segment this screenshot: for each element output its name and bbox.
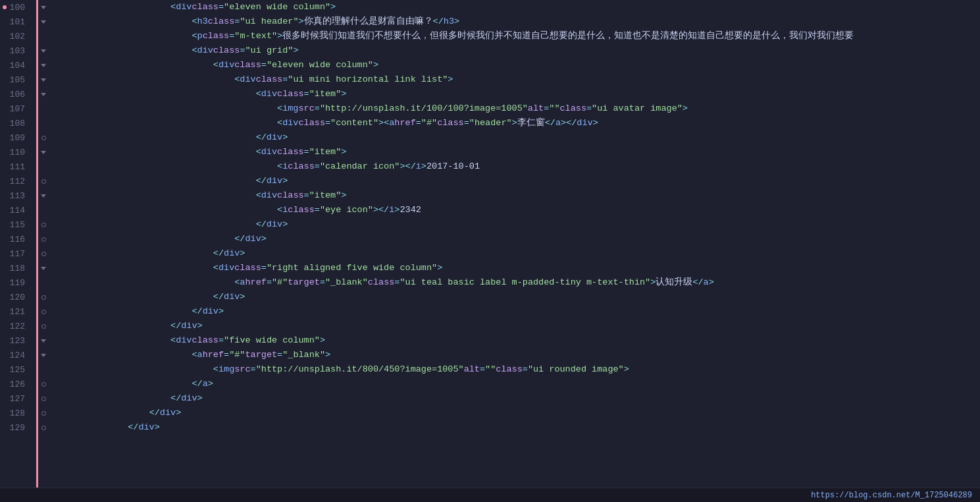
gutter-fold-icon[interactable] <box>36 319 51 333</box>
breakpoint-cell <box>51 319 57 333</box>
gutter-fold-icon[interactable] <box>36 391 51 406</box>
gutter-fold-icon[interactable] <box>36 72 51 87</box>
token-punctuation: </ <box>213 290 224 304</box>
token-punctuation: > <box>320 333 325 348</box>
token-punctuation: < <box>256 145 261 159</box>
gutter-fold-icon[interactable] <box>36 0 51 14</box>
gutter-fold-icon[interactable] <box>36 29 51 43</box>
token-punctuation: > <box>282 174 288 188</box>
token-attr-name: class <box>277 87 304 101</box>
token-punctuation: ></ <box>400 159 415 174</box>
gutter-fold-icon[interactable] <box>36 246 51 261</box>
token-attr-name: class <box>298 116 325 130</box>
gutter-fold-icon[interactable] <box>36 145 51 159</box>
token-attr-name: class <box>208 14 235 29</box>
token-attr-value: "ui grid" <box>245 43 293 58</box>
token-attr-name: href <box>394 116 415 130</box>
token-punctuation: > <box>176 406 181 420</box>
token-punctuation: </ <box>170 391 181 406</box>
breakpoint-cell <box>51 145 57 159</box>
line-number: 101 <box>0 14 30 29</box>
gutter-fold-icon[interactable] <box>36 116 51 130</box>
token-punctuation: </ <box>234 232 245 246</box>
token-attr-name: alt <box>464 362 480 377</box>
line-number: 125 <box>0 362 30 377</box>
token-tag: h3 <box>444 14 454 29</box>
token-attr-name: src <box>234 362 250 377</box>
token-punctuation: = <box>320 275 325 290</box>
token-punctuation: = <box>394 275 400 290</box>
gutter-fold-icon[interactable] <box>36 217 51 232</box>
token-punctuation: > <box>624 362 629 377</box>
token-punctuation: = <box>544 101 549 116</box>
token-punctuation: > <box>683 101 688 116</box>
token-punctuation: </ <box>433 14 444 29</box>
token-punctuation: = <box>219 333 224 348</box>
code-line: <div class="ui grid"> <box>64 43 980 58</box>
token-punctuation: > <box>240 290 245 304</box>
token-tag: div <box>240 72 255 87</box>
gutter-fold-icon[interactable] <box>36 406 51 420</box>
gutter-fold-icon[interactable] <box>36 275 51 290</box>
code-line: <div class="eleven wide column"> <box>64 58 980 72</box>
token-punctuation: ></ <box>561 116 577 130</box>
token-punctuation: > <box>197 391 203 406</box>
code-line: </a> <box>64 377 980 391</box>
gutter-fold-icon[interactable] <box>36 58 51 72</box>
token-punctuation: </ <box>256 174 267 188</box>
code-line: <div class="content"><a href="#" class="… <box>64 116 980 130</box>
line-number: 114 <box>0 203 30 217</box>
token-punctuation: </ <box>149 406 160 420</box>
token-text-content: 2017-10-01 <box>426 159 480 174</box>
gutter-fold-icon[interactable] <box>36 377 51 391</box>
token-punctuation: > <box>448 72 453 87</box>
token-attr-name: class <box>256 72 283 87</box>
token-punctuation: > <box>373 58 378 72</box>
gutter-fold-icon[interactable] <box>36 304 51 319</box>
code-line: <a href="#" target="_blank" class="ui te… <box>64 275 980 290</box>
gutter-fold-icon[interactable] <box>36 203 51 217</box>
line-number: 115 <box>0 217 30 232</box>
line-number: 110 <box>0 145 30 159</box>
gutter-fold-icon[interactable] <box>36 159 51 174</box>
gutter-fold-icon[interactable] <box>36 14 51 29</box>
token-attr-name: class <box>192 0 219 14</box>
token-punctuation: = <box>315 101 320 116</box>
gutter-fold-icon[interactable] <box>36 362 51 377</box>
token-attr-name: href <box>245 275 266 290</box>
line-number: 107 <box>0 101 30 116</box>
gutter-fold-icon[interactable] <box>36 174 51 188</box>
line-number: 122 <box>0 319 30 333</box>
token-tag: p <box>197 29 203 43</box>
gutter-fold-icon[interactable] <box>36 43 51 58</box>
token-punctuation: = <box>261 261 267 275</box>
gutter-fold-icon[interactable] <box>36 348 51 362</box>
gutter-fold-icon[interactable] <box>36 420 51 435</box>
code-line: </div> <box>64 304 980 319</box>
gutter-fold-icon[interactable] <box>36 101 51 116</box>
gutter-fold-icon[interactable] <box>36 130 51 145</box>
breakpoint-cell <box>51 159 57 174</box>
token-punctuation: < <box>170 0 176 14</box>
token-punctuation: = <box>586 101 592 116</box>
token-punctuation: > <box>277 29 282 43</box>
token-text-content: 2342 <box>400 203 421 217</box>
token-tag: div <box>267 217 282 232</box>
token-punctuation: < <box>277 159 282 174</box>
gutter-fold-icon[interactable] <box>36 188 51 203</box>
code-line: <i class="calendar icon"></i> 2017-10-01 <box>64 159 980 174</box>
token-punctuation: </ <box>192 377 202 391</box>
gutter-fold-icon[interactable] <box>36 232 51 246</box>
token-tag: div <box>261 145 277 159</box>
token-attr-value: "m-text" <box>234 29 277 43</box>
gutter-fold-icon[interactable] <box>36 333 51 348</box>
gutter-fold-icon[interactable] <box>36 261 51 275</box>
gutter-fold-icon[interactable] <box>36 290 51 304</box>
breakpoint-cell <box>51 130 57 145</box>
breakpoint-cell <box>51 362 57 377</box>
token-punctuation: > <box>437 261 442 275</box>
line-number: 121 <box>0 304 30 319</box>
token-punctuation: = <box>315 203 320 217</box>
gutter-fold-icon[interactable] <box>36 87 51 101</box>
line-number: 100 <box>0 0 30 14</box>
